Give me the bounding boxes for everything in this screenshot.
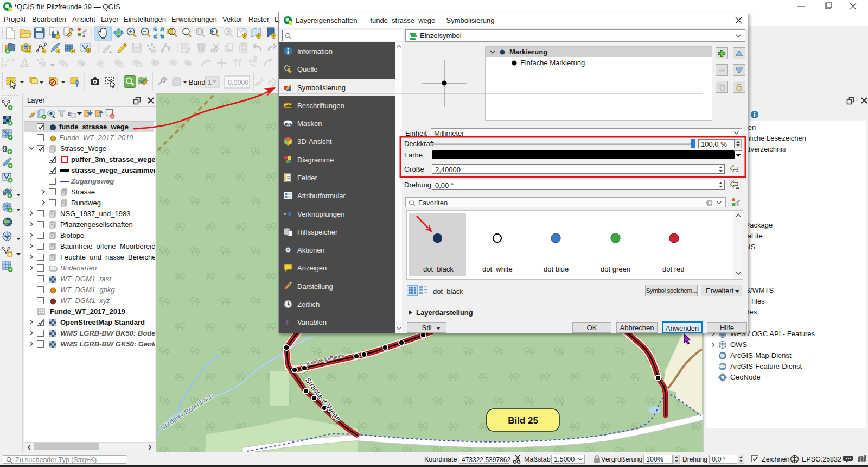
svg-text:a: a (82, 33, 85, 38)
svg-text:a: a (737, 203, 739, 207)
svg-text:abc: abc (285, 121, 292, 126)
svg-text:ε: ε (285, 318, 289, 326)
svg-text:ε: ε (68, 109, 72, 117)
svg-text:9: 9 (2, 144, 7, 154)
svg-text:Band:: Band: (189, 78, 207, 86)
svg-text:0,0000: 0,0000 (228, 79, 248, 86)
svg-text:abc: abc (285, 104, 292, 108)
svg-text:Bild 25: Bild 25 (508, 415, 538, 426)
svg-text:1: 1 (208, 79, 212, 86)
svg-text:1:1: 1:1 (197, 30, 202, 34)
